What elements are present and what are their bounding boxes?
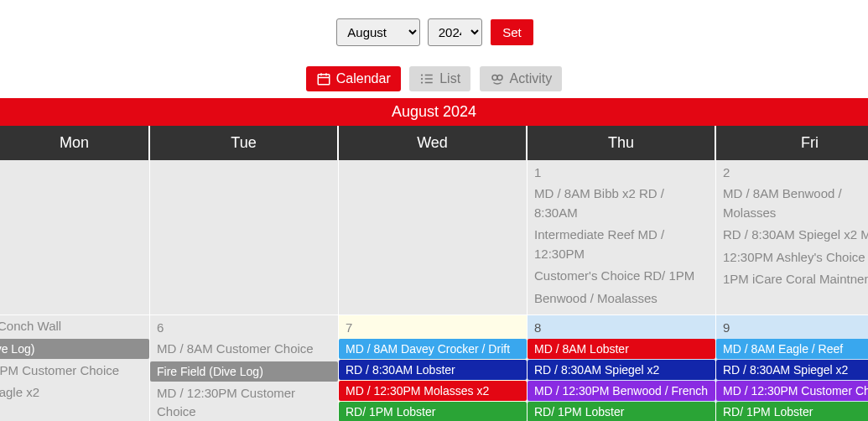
calendar-cell[interactable]: 6MD / 8AM Customer ChoiceFire Field (Div… [150, 315, 339, 421]
event[interactable]: RD/ 1PM Lobster [716, 402, 868, 421]
event[interactable]: 12:30PM Customer Choice [0, 360, 149, 382]
day-header: Tue [150, 126, 339, 160]
event-text: 1PM iCare Coral Maintnence [716, 268, 868, 291]
calendar-cell[interactable]: 8MD / 8AM LobsterRD / 8:30AM Spiegel x2M… [528, 315, 716, 421]
event[interactable]: MD / 8AM Davey Crocker / Drift [339, 339, 527, 359]
day-number: 6 [150, 315, 338, 338]
view-list[interactable]: List [409, 66, 470, 91]
activity-icon [490, 71, 505, 86]
event-text: Customer's Choice RD/ 1PM [528, 265, 715, 288]
calendar-cell[interactable] [0, 160, 150, 315]
svg-point-7 [421, 74, 423, 75]
year-select[interactable]: 2024 [428, 18, 482, 46]
view-list-label: List [439, 71, 460, 86]
view-calendar-label: Calendar [336, 71, 391, 86]
event[interactable]: Fire Field (Dive Log) [150, 361, 338, 382]
calendar-cell[interactable]: 2MD / 8AM Benwood / MolassesRD / 8:30AM … [716, 160, 868, 315]
day-header: Thu [528, 126, 716, 160]
calendar-cell[interactable]: 9MD / 8AM Eagle / ReefRD / 8:30AM Spiege… [716, 315, 868, 421]
event-text: MD / 8AM Bibb x2 RD / 8:30AM [528, 183, 715, 224]
day-header: Wed [339, 126, 528, 160]
calendar-cell[interactable] [339, 160, 528, 315]
event[interactable]: MD / 8AM Eagle / Reef [716, 339, 868, 359]
event-text: MD / 8AM Benwood / Molasses [716, 183, 868, 224]
event[interactable]: RD/ 1PM Lobster [528, 402, 715, 421]
month-banner: August 2024 [0, 98, 868, 126]
event[interactable]: MD / 12:30PM Customer Choice [150, 382, 338, 422]
set-button[interactable]: Set [491, 19, 533, 45]
calendar-cell[interactable]: 7MD / 8AM Davey Crocker / DriftRD / 8:30… [339, 315, 528, 421]
calendar-cell[interactable]: 1MD / 8AM Bibb x2 RD / 8:30AMIntermediat… [528, 160, 716, 315]
event[interactable]: RD / 8:30AM Lobster [339, 360, 527, 380]
calendar-icon [316, 71, 331, 86]
view-calendar[interactable]: Calendar [306, 66, 401, 91]
event[interactable]: 8AM Conch Wall [0, 315, 149, 338]
event[interactable]: RD / 8:30AM Spiegel x2 [528, 360, 715, 380]
svg-point-8 [421, 78, 423, 80]
calendar-cell[interactable]: 8AM Conch Wallel (Dive Log)12:30PM Custo… [0, 315, 150, 421]
event-text: Intermediate Reef MD / 12:30PM [528, 224, 715, 265]
event[interactable]: MD / 8AM Customer Choice [150, 338, 338, 361]
event-text: Benwood / Moalasses [528, 288, 715, 310]
calendar-cell[interactable] [150, 160, 339, 315]
list-icon [419, 71, 434, 86]
view-activity-label: Activity [510, 71, 553, 86]
day-number: 7 [339, 315, 527, 338]
event[interactable]: MD / 8AM Lobster [528, 339, 715, 359]
event[interactable]: el (Dive Log) [0, 339, 149, 359]
day-number: 8 [528, 315, 715, 338]
event[interactable]: MD / 12:30PM Customer Choice [716, 381, 868, 401]
event-text: 12:30PM Ashley's Choice RD/ [716, 247, 868, 269]
month-select[interactable]: August [336, 18, 420, 46]
event[interactable]: RD/ 1PM Lobster [339, 402, 527, 421]
svg-point-10 [492, 75, 497, 81]
view-activity[interactable]: Activity [480, 66, 563, 91]
event[interactable]: PM Eagle x2 [0, 382, 149, 404]
day-number: 2 [716, 160, 868, 183]
event[interactable]: RD / 8:30AM Spiegel x2 [716, 360, 868, 380]
event[interactable]: MD / 12:30PM Benwood / French [528, 381, 715, 401]
event[interactable]: MD / 12:30PM Molasses x2 [339, 381, 527, 401]
svg-point-11 [497, 75, 502, 81]
day-number: 9 [716, 315, 868, 338]
calendar-grid: 1MD / 8AM Bibb x2 RD / 8:30AMIntermediat… [0, 160, 868, 421]
svg-rect-0 [318, 75, 330, 85]
day-header: Mon [0, 126, 150, 160]
event-text: RD / 8:30AM Spiegel x2 MD / [716, 224, 868, 247]
day-header: Fri [716, 126, 868, 160]
day-number: 1 [528, 160, 715, 183]
day-headers: MonTueWedThuFri [0, 126, 868, 160]
svg-point-9 [421, 81, 423, 83]
